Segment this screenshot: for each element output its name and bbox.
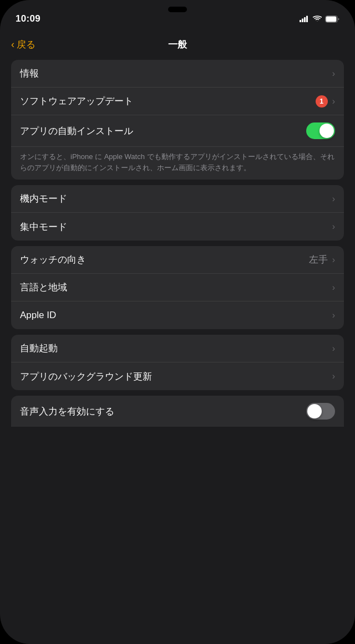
- language-region-label: 言語と地域: [20, 281, 67, 294]
- joho-chevron-icon: ›: [332, 69, 335, 79]
- settings-group-5-partial: 音声入力を有効にする: [11, 396, 344, 427]
- settings-group-4: 自動起動 › アプリのバックグラウンド更新 ›: [11, 335, 344, 390]
- signal-icon: [300, 16, 310, 22]
- apple-id-label: Apple ID: [20, 310, 56, 321]
- back-label: 戻る: [17, 38, 36, 51]
- dynamic-island: [168, 7, 187, 12]
- svg-rect-0: [300, 20, 301, 22]
- airplane-mode-row[interactable]: 機内モード ›: [11, 185, 344, 213]
- focus-mode-chevron-icon: ›: [332, 222, 335, 232]
- navigation-bar: ‹ 戻る 一般: [0, 30, 355, 58]
- airplane-mode-chevron-icon: ›: [332, 194, 335, 204]
- focus-mode-label: 集中モード: [20, 221, 67, 233]
- phone-frame: 10:09: [0, 0, 355, 644]
- watch-orientation-value: 左手: [309, 253, 328, 266]
- status-bar: 10:09: [0, 0, 355, 30]
- watch-orientation-chevron-icon: ›: [332, 255, 335, 265]
- auto-install-toggle[interactable]: [306, 122, 335, 139]
- joho-row[interactable]: 情報 ›: [11, 60, 344, 88]
- auto-start-chevron-icon: ›: [332, 344, 335, 354]
- bg-refresh-row[interactable]: アプリのバックグラウンド更新 ›: [11, 362, 344, 390]
- auto-start-label: 自動起動: [20, 342, 58, 355]
- focus-mode-row[interactable]: 集中モード ›: [11, 213, 344, 241]
- status-icons: [300, 16, 339, 23]
- svg-rect-1: [302, 19, 303, 23]
- back-chevron-icon: ‹: [11, 39, 14, 50]
- settings-group-1: 情報 › ソフトウェアアップデート 1 › アプリの自動インストール: [11, 60, 344, 180]
- watch-orientation-label: ウォッチの向き: [20, 253, 86, 266]
- voice-input-toggle[interactable]: [306, 403, 335, 420]
- airplane-mode-label: 機内モード: [20, 192, 67, 205]
- software-update-row[interactable]: ソフトウェアアップデート 1 ›: [11, 88, 344, 115]
- toggle-thumb: [320, 124, 334, 138]
- auto-start-row[interactable]: 自動起動 ›: [11, 335, 344, 362]
- language-region-row[interactable]: 言語と地域 ›: [11, 274, 344, 301]
- apple-id-chevron-icon: ›: [332, 310, 335, 320]
- svg-rect-5: [326, 16, 337, 22]
- bg-refresh-chevron-icon: ›: [332, 371, 335, 381]
- wifi-icon: [313, 16, 322, 22]
- language-region-chevron-icon: ›: [332, 283, 335, 293]
- back-button[interactable]: ‹ 戻る: [11, 38, 36, 51]
- auto-install-label: アプリの自動インストール: [20, 125, 133, 137]
- settings-group-3: ウォッチの向き 左手 › 言語と地域 › Apple ID: [11, 246, 344, 329]
- joho-label: 情報: [20, 67, 39, 80]
- auto-install-row[interactable]: アプリの自動インストール: [11, 115, 344, 147]
- svg-rect-2: [304, 17, 306, 22]
- watch-orientation-row[interactable]: ウォッチの向き 左手 ›: [11, 246, 344, 274]
- voice-input-row[interactable]: 音声入力を有効にする: [11, 396, 344, 427]
- svg-rect-3: [306, 16, 308, 23]
- bg-refresh-label: アプリのバックグラウンド更新: [20, 370, 152, 383]
- settings-content: 情報 › ソフトウェアアップデート 1 › アプリの自動インストール: [0, 58, 355, 427]
- page-title: 一般: [168, 38, 187, 51]
- software-update-label: ソフトウェアアップデート: [20, 95, 133, 108]
- status-time: 10:09: [16, 13, 40, 24]
- auto-install-info: オンにすると、iPhone に Apple Watch でも動作するアプリがイン…: [11, 147, 344, 180]
- apple-id-row[interactable]: Apple ID ›: [11, 301, 344, 329]
- software-update-chevron-icon: ›: [332, 96, 335, 106]
- battery-icon: [325, 16, 339, 23]
- settings-group-2: 機内モード › 集中モード ›: [11, 185, 344, 241]
- voice-input-toggle-thumb: [307, 404, 322, 418]
- voice-input-label: 音声入力を有効にする: [20, 405, 114, 418]
- update-badge: 1: [316, 95, 328, 108]
